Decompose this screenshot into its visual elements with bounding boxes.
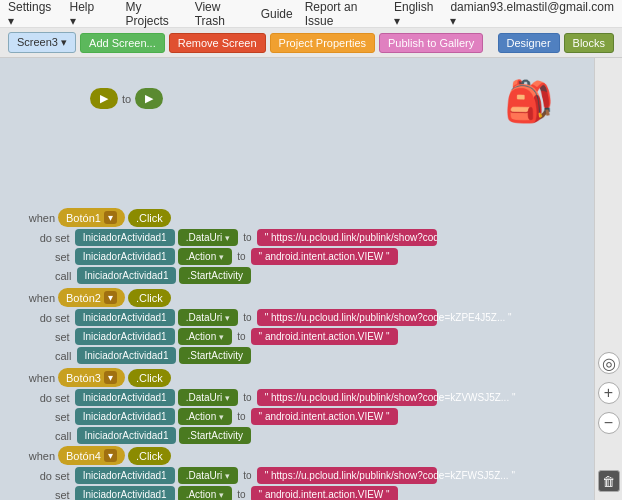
- set-action-row-2: set IniciadorActividad1 .Action ▾ to " a…: [30, 328, 437, 345]
- iniciador-pill-3a[interactable]: IniciadorActividad1: [75, 389, 175, 406]
- to-label: to: [122, 93, 131, 105]
- user-menu[interactable]: damian93.elmastil@gmail.com ▾: [450, 0, 614, 28]
- project-properties-button[interactable]: Project Properties: [270, 33, 375, 53]
- button1-pill[interactable]: Botón1 ▾: [58, 208, 125, 227]
- screen-label: Screen3: [17, 36, 58, 48]
- minus-icon: −: [604, 414, 613, 432]
- action-pill-1[interactable]: .Action ▾: [178, 248, 233, 265]
- help-label: Help: [70, 0, 95, 14]
- language-selector[interactable]: English ▾: [394, 0, 438, 28]
- url-pill-2[interactable]: " https://u.pcloud.link/publink/show?cod…: [257, 309, 437, 326]
- action-val-pill-3[interactable]: " android.intent.action.VIEW ": [251, 408, 398, 425]
- start-activity-pill-3[interactable]: .StartActivity: [179, 427, 251, 444]
- datauri-pill-1[interactable]: .DataUri ▾: [178, 229, 239, 246]
- toolbar: Screen3 ▾ Add Screen... Remove Screen Pr…: [0, 28, 622, 58]
- set-action-row-4: set IniciadorActividad1 .Action ▾ to " a…: [30, 486, 437, 500]
- set-datauri-row-1: do set IniciadorActividad1 .DataUri ▾ to…: [30, 229, 437, 246]
- iniciador-pill-1b[interactable]: IniciadorActividad1: [75, 248, 175, 265]
- action-val-pill-1[interactable]: " android.intent.action.VIEW ": [251, 248, 398, 265]
- help-menu[interactable]: Help ▾: [70, 0, 102, 28]
- target-icon: ◎: [602, 354, 616, 373]
- set-action-row-1: set IniciadorActividad1 .Action ▾ to " a…: [30, 248, 437, 265]
- iniciador-pill-4a[interactable]: IniciadorActividad1: [75, 467, 175, 484]
- zoom-out-tool[interactable]: −: [598, 412, 620, 434]
- publish-to-gallery-button[interactable]: Publish to Gallery: [379, 33, 483, 53]
- click-pill-3[interactable]: .Click: [128, 369, 171, 387]
- main-area: 🎒 ▶ to ▶ when Botón1 ▾ .Click do set: [0, 58, 622, 500]
- backpack-icon: 🎒: [504, 78, 554, 125]
- iniciador-pill-1a[interactable]: IniciadorActividad1: [75, 229, 175, 246]
- call-row-3: call IniciadorActividad1 .StartActivity: [30, 427, 437, 444]
- trash-tool[interactable]: 🗑: [598, 470, 620, 492]
- iniciador-pill-2b[interactable]: IniciadorActividad1: [75, 328, 175, 345]
- iniciador-pill-4b[interactable]: IniciadorActividad1: [75, 486, 175, 500]
- when-row-3: when Botón3 ▾ .Click: [20, 368, 437, 387]
- connector-pill: ▶: [90, 88, 118, 109]
- action-pill-3[interactable]: .Action ▾: [178, 408, 233, 425]
- settings-menu[interactable]: Settings ▾: [8, 0, 58, 28]
- view-trash-link[interactable]: View Trash: [195, 0, 249, 28]
- iniciador-pill-3c[interactable]: IniciadorActividad1: [77, 427, 177, 444]
- guide-link[interactable]: Guide: [261, 7, 293, 21]
- blocks-workspace: 🎒 ▶ to ▶ when Botón1 ▾ .Click do set: [10, 68, 584, 490]
- designer-button[interactable]: Designer: [498, 33, 560, 53]
- action-val-pill-4[interactable]: " android.intent.action.VIEW ": [251, 486, 398, 500]
- block-group-2: when Botón2 ▾ .Click do set IniciadorAct…: [20, 288, 437, 364]
- set-label-1: set: [55, 232, 70, 244]
- report-issue-link[interactable]: Report an Issue: [305, 0, 382, 28]
- iniciador-pill-2a[interactable]: IniciadorActividad1: [75, 309, 175, 326]
- add-screen-button[interactable]: Add Screen...: [80, 33, 165, 53]
- user-email-label: damian93.elmastil@gmail.com: [450, 0, 614, 14]
- button2-pill[interactable]: Botón2 ▾: [58, 288, 125, 307]
- action-val-pill-2[interactable]: " android.intent.action.VIEW ": [251, 328, 398, 345]
- settings-arrow-icon: ▾: [8, 14, 14, 28]
- set-action-row-3: set IniciadorActividad1 .Action ▾ to " a…: [30, 408, 437, 425]
- click-pill-2[interactable]: .Click: [128, 289, 171, 307]
- action-pill-4[interactable]: .Action ▾: [178, 486, 233, 500]
- start-activity-pill-1[interactable]: .StartActivity: [179, 267, 251, 284]
- when-row-4: when Botón4 ▾ .Click: [20, 446, 437, 465]
- call-row-1: call IniciadorActividad1 .StartActivity: [30, 267, 437, 284]
- trash-icon: 🗑: [602, 474, 615, 489]
- datauri-pill-2[interactable]: .DataUri ▾: [178, 309, 239, 326]
- iniciador-pill-3b[interactable]: IniciadorActividad1: [75, 408, 175, 425]
- target-tool[interactable]: ◎: [598, 352, 620, 374]
- url-pill-3[interactable]: " https://u.pcloud.link/publink/show?cod…: [257, 389, 437, 406]
- click-pill-1[interactable]: .Click: [128, 209, 171, 227]
- plus-icon: +: [604, 384, 613, 402]
- url-pill-1[interactable]: " https://u.pcloud.link/publink/show?cod…: [257, 229, 437, 246]
- datauri-pill-4[interactable]: .DataUri ▾: [178, 467, 239, 484]
- remove-screen-button[interactable]: Remove Screen: [169, 33, 266, 53]
- my-projects-link[interactable]: My Projects: [125, 0, 182, 28]
- top-nav: Settings ▾ Help ▾ My Projects View Trash…: [0, 0, 622, 28]
- start-activity-pill-2[interactable]: .StartActivity: [179, 347, 251, 364]
- url-pill-4[interactable]: " https://u.pcloud.link/publink/show?cod…: [257, 467, 437, 484]
- button4-pill[interactable]: Botón4 ▾: [58, 446, 125, 465]
- set-datauri-row-4: do set IniciadorActividad1 .DataUri ▾ to…: [30, 467, 437, 484]
- zoom-in-tool[interactable]: +: [598, 382, 620, 404]
- block-group-4: when Botón4 ▾ .Click do set IniciadorAct…: [20, 446, 437, 500]
- screen-arrow-icon: ▾: [61, 36, 67, 48]
- lang-arrow-icon: ▾: [394, 14, 400, 28]
- connector-green-pill: ▶: [135, 88, 163, 109]
- right-sidebar: ◎ + − 🗑: [594, 58, 622, 500]
- datauri-pill-3[interactable]: .DataUri ▾: [178, 389, 239, 406]
- blocks-canvas[interactable]: 🎒 ▶ to ▶ when Botón1 ▾ .Click do set: [0, 58, 594, 500]
- action-pill-2[interactable]: .Action ▾: [178, 328, 233, 345]
- when-row-2: when Botón2 ▾ .Click: [20, 288, 437, 307]
- blocks-button[interactable]: Blocks: [564, 33, 614, 53]
- user-arrow-icon: ▾: [450, 14, 456, 28]
- click-pill-4[interactable]: .Click: [128, 447, 171, 465]
- iniciador-pill-1c[interactable]: IniciadorActividad1: [77, 267, 177, 284]
- call-row-2: call IniciadorActividad1 .StartActivity: [30, 347, 437, 364]
- language-label: English: [394, 0, 433, 14]
- when-label-1: when: [20, 212, 55, 224]
- iniciador-pill-2c[interactable]: IniciadorActividad1: [77, 347, 177, 364]
- when-row-1: when Botón1 ▾ .Click: [20, 208, 437, 227]
- set-datauri-row-3: do set IniciadorActividad1 .DataUri ▾ to…: [30, 389, 437, 406]
- block-group-3: when Botón3 ▾ .Click do set IniciadorAct…: [20, 368, 437, 444]
- button3-pill[interactable]: Botón3 ▾: [58, 368, 125, 387]
- screen-selector[interactable]: Screen3 ▾: [8, 32, 76, 53]
- set-datauri-row-2: do set IniciadorActividad1 .DataUri ▾ to…: [30, 309, 437, 326]
- connector-block: ▶ to ▶: [90, 88, 163, 109]
